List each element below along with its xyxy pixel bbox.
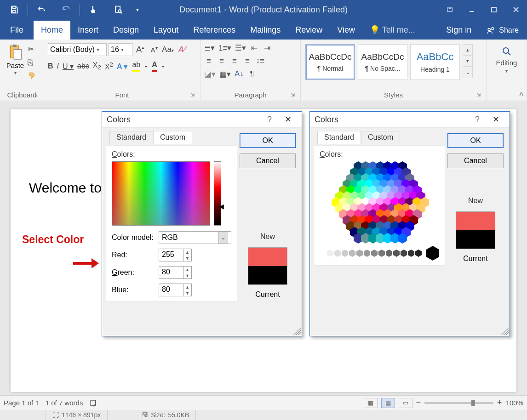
- grayscale-row[interactable]: [320, 246, 439, 261]
- standard-color-hexagon[interactable]: [334, 161, 425, 242]
- document-body-text[interactable]: Welcome to: [29, 180, 102, 196]
- sort-icon[interactable]: A↓: [235, 69, 244, 79]
- undo-icon[interactable]: [29, 0, 54, 19]
- bullets-icon[interactable]: ≣▾: [204, 43, 215, 53]
- web-layout-icon[interactable]: ▭: [399, 398, 412, 408]
- word-count[interactable]: 1 of 7 words: [46, 399, 83, 407]
- save-icon[interactable]: [2, 0, 27, 19]
- gray-swatch[interactable]: [393, 250, 400, 257]
- gray-swatch[interactable]: [349, 250, 355, 257]
- font-name-combo[interactable]: Calibri (Body)▾: [48, 43, 107, 56]
- color-gradient-picker[interactable]: [112, 161, 210, 226]
- black-hex-swatch[interactable]: [426, 246, 439, 261]
- align-center-icon[interactable]: ≡: [217, 57, 226, 66]
- gray-swatch[interactable]: [415, 250, 422, 257]
- dialog-help-icon[interactable]: ?: [260, 115, 279, 125]
- gray-swatch[interactable]: [378, 250, 385, 257]
- qat-customize-icon[interactable]: ▾: [131, 0, 144, 19]
- tell-me-search[interactable]: 💡 Tell me...: [362, 20, 423, 40]
- superscript-button[interactable]: X2: [105, 61, 113, 71]
- gray-swatch[interactable]: [386, 250, 392, 257]
- collapse-ribbon-icon[interactable]: ʌ: [519, 89, 523, 98]
- style-normal[interactable]: AaBbCcDc ¶ Normal: [305, 44, 355, 80]
- close-icon[interactable]: [505, 0, 527, 19]
- inc-indent-icon[interactable]: ⇥: [263, 43, 272, 53]
- styles-launcher-icon[interactable]: ⇲: [476, 92, 481, 98]
- editing-button[interactable]: Editing ▾: [489, 41, 524, 74]
- value-slider[interactable]: [214, 161, 221, 226]
- ok-button[interactable]: OK: [447, 133, 504, 148]
- clear-format-icon[interactable]: A⁄: [176, 45, 188, 54]
- ok-button[interactable]: OK: [240, 133, 296, 148]
- line-spacing-icon[interactable]: ↕≡: [256, 57, 265, 66]
- zoom-in-icon[interactable]: +: [497, 398, 502, 408]
- red-spinner[interactable]: 255▲▼: [159, 249, 192, 261]
- paste-button[interactable]: Paste ▾: [3, 41, 28, 80]
- subscript-button[interactable]: X2: [93, 61, 101, 71]
- tab-view[interactable]: View: [330, 21, 362, 40]
- share-button[interactable]: Share: [478, 21, 527, 40]
- style-no-spacing[interactable]: AaBbCcDc ¶ No Spac...: [358, 44, 407, 80]
- tab-design[interactable]: Design: [106, 21, 146, 40]
- resize-grip-icon[interactable]: [501, 328, 509, 335]
- numbering-icon[interactable]: 1≡▾: [218, 43, 231, 53]
- tab-mailings[interactable]: Mailings: [243, 21, 288, 40]
- zoom-level[interactable]: 100%: [506, 399, 523, 407]
- cancel-button[interactable]: Cancel: [447, 153, 504, 168]
- touch-mode-icon[interactable]: [81, 0, 106, 19]
- gray-swatch[interactable]: [320, 250, 326, 257]
- shrink-font-icon[interactable]: A▾: [148, 45, 160, 54]
- color-model-combo[interactable]: RGB⌄: [159, 231, 231, 244]
- gray-swatch[interactable]: [334, 250, 341, 257]
- print-preview-icon[interactable]: [106, 0, 131, 19]
- spellcheck-icon[interactable]: [89, 399, 98, 407]
- shading-icon[interactable]: ◪▾: [204, 69, 216, 79]
- underline-button[interactable]: U ▾: [63, 62, 74, 71]
- zoom-out-icon[interactable]: −: [416, 398, 421, 408]
- font-launcher-icon[interactable]: ⇲: [190, 92, 195, 98]
- gray-swatch[interactable]: [356, 250, 363, 257]
- zoom-slider[interactable]: [424, 402, 493, 404]
- change-case-icon[interactable]: Aa▾: [162, 45, 174, 54]
- borders-icon[interactable]: ▦▾: [219, 69, 231, 79]
- redo-icon[interactable]: [54, 0, 79, 19]
- dialog-help-icon[interactable]: ?: [468, 115, 487, 125]
- paragraph-launcher-icon[interactable]: ⇲: [291, 92, 295, 98]
- tab-references[interactable]: References: [186, 21, 243, 40]
- show-marks-icon[interactable]: ¶: [247, 69, 257, 79]
- tab-home[interactable]: Home: [34, 21, 70, 40]
- justify-icon[interactable]: ≡: [243, 57, 252, 66]
- copy-icon[interactable]: ⎘: [28, 58, 37, 68]
- grow-font-icon[interactable]: A▴: [134, 45, 146, 55]
- align-left-icon[interactable]: ≡: [204, 57, 213, 66]
- italic-button[interactable]: I: [57, 62, 59, 70]
- page-status[interactable]: Page 1 of 1: [4, 399, 39, 407]
- gray-swatch[interactable]: [342, 250, 348, 257]
- dialog-close-icon[interactable]: ✕: [279, 114, 297, 125]
- strikethrough-button[interactable]: abc: [77, 62, 89, 70]
- bold-button[interactable]: B: [48, 62, 53, 70]
- cut-icon[interactable]: ✂: [28, 44, 37, 54]
- tab-standard[interactable]: Standard: [109, 131, 153, 144]
- dialog-close-icon[interactable]: ✕: [487, 114, 505, 125]
- print-layout-icon[interactable]: ▤: [381, 398, 395, 408]
- gray-swatch[interactable]: [408, 250, 414, 257]
- gray-swatch[interactable]: [401, 250, 407, 257]
- cancel-button[interactable]: Cancel: [240, 153, 296, 168]
- font-size-combo[interactable]: 16▾: [109, 43, 132, 56]
- minimize-icon[interactable]: [461, 0, 483, 19]
- gray-swatch[interactable]: [371, 250, 378, 257]
- tab-custom[interactable]: Custom: [153, 131, 192, 144]
- maximize-icon[interactable]: [483, 0, 505, 19]
- tab-review[interactable]: Review: [288, 21, 330, 40]
- align-right-icon[interactable]: ≡: [230, 57, 239, 66]
- resize-grip-icon[interactable]: [293, 328, 301, 335]
- green-spinner[interactable]: 80▲▼: [159, 266, 192, 279]
- tab-file[interactable]: File: [0, 21, 34, 40]
- tab-standard[interactable]: Standard: [317, 131, 361, 144]
- style-gallery-nav[interactable]: ▴▾⌄: [463, 44, 473, 78]
- tab-insert[interactable]: Insert: [70, 21, 106, 40]
- highlight-icon[interactable]: ab: [131, 61, 141, 72]
- dec-indent-icon[interactable]: ⇤: [250, 43, 259, 53]
- style-heading1[interactable]: AaBbCc Heading 1: [410, 44, 460, 80]
